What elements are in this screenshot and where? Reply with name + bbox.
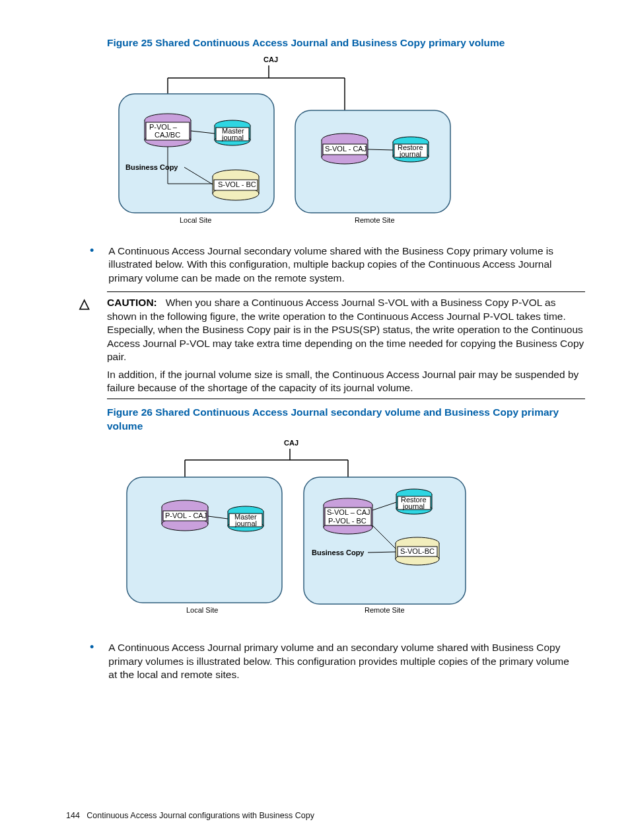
business-copy-label: Business Copy (125, 163, 178, 171)
page-footer: 144 Continuous Access Journal configurat… (66, 811, 314, 820)
divider (107, 291, 585, 292)
bullet-text-1: A Continuous Access Journal secondary vo… (108, 245, 571, 285)
svg-rect-72 (304, 477, 466, 604)
caj-label: CAJ (263, 56, 278, 63)
svg-text:S-VOL-BC: S-VOL-BC (400, 547, 435, 555)
svg-text:journal: journal (234, 519, 257, 527)
caution-label: CAUTION: (107, 297, 157, 308)
caution-block: △ CAUTION: When you share a Continuous A… (79, 296, 585, 395)
figure25-caption: Figure 25 Shared Continuous Access Journ… (107, 36, 585, 50)
bullet-icon: • (90, 641, 106, 654)
local-site-label: Local Site (180, 216, 211, 224)
caution-p2: In addition, if the journal volume size … (107, 368, 585, 395)
svg-text:S-VOL - BC: S-VOL - BC (218, 180, 256, 188)
figure25-diagram: CAJ Local Site P-VOL – CAJ/BC (107, 54, 585, 226)
warning-icon: △ (79, 295, 107, 393)
local-site-label: Local Site (186, 606, 218, 614)
page-number: 144 (66, 811, 80, 820)
figure26-caption: Figure 26 Shared Continuous Access Journ… (107, 406, 585, 434)
caution-p1: When you share a Continuous Access Journ… (107, 297, 584, 362)
divider (107, 399, 585, 399)
business-copy-label: Business Copy (312, 549, 365, 556)
svg-text:CAJ/BC: CAJ/BC (155, 131, 180, 139)
remote-site-label: Remote Site (355, 216, 395, 224)
svg-text:journal: journal (221, 134, 244, 141)
svg-text:journal: journal (399, 150, 421, 158)
svg-rect-33 (295, 110, 450, 213)
svg-text:P-VOL - CAJ: P-VOL - CAJ (165, 512, 207, 519)
svg-text:P-VOL - BC: P-VOL - BC (328, 517, 367, 525)
svg-text:P-VOL –: P-VOL – (149, 123, 178, 131)
svg-text:S-VOL - CAJ: S-VOL - CAJ (325, 145, 367, 153)
bullet-icon: • (90, 245, 106, 258)
svg-rect-55 (127, 477, 282, 603)
section-title: Continuous Access Journal configurations… (87, 811, 314, 820)
svg-text:S-VOL – CAJ: S-VOL – CAJ (327, 508, 370, 516)
bullet-text-2: A Continuous Access Journal primary volu… (108, 641, 571, 681)
caj-label: CAJ (284, 439, 298, 447)
svg-text:journal: journal (402, 502, 425, 510)
figure26-diagram: CAJ Local Site P-VOL - CAJ Maste (107, 438, 585, 623)
remote-site-label: Remote Site (365, 606, 405, 614)
